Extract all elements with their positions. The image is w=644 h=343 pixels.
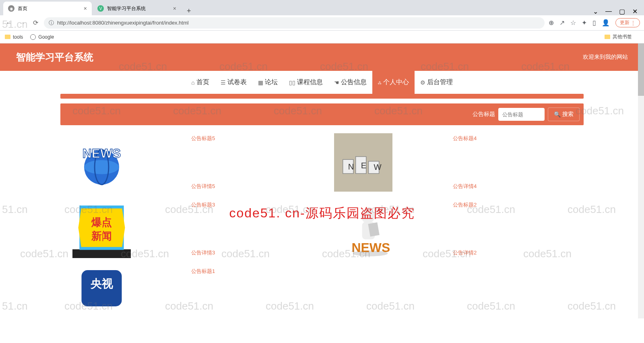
grid-icon: ▦	[258, 79, 263, 86]
nav-home[interactable]: ⌂首页	[186, 71, 215, 94]
globe-icon	[30, 34, 36, 40]
book-icon: ▯▯	[289, 79, 295, 86]
chevron-down-icon[interactable]: ⌄	[593, 8, 598, 15]
card-title: 公告标题1	[191, 268, 215, 275]
search-bar: 公告标题 🔍搜索	[60, 103, 584, 125]
star-icon[interactable]: ☆	[570, 19, 576, 27]
card-thumb: 爆点新闻	[72, 200, 131, 258]
share-icon[interactable]: ↗	[559, 19, 565, 27]
scrollbar-thumb[interactable]	[638, 43, 644, 96]
extensions-icon[interactable]: ✦	[582, 19, 587, 27]
page: 智能学习平台系统 欢迎来到我的网站 ⌂首页 ☰试卷表 ▦论坛 ▯▯课程信息 ☚公…	[0, 43, 644, 318]
card-detail: 公告详情4	[453, 183, 477, 190]
browser-toolbar: ← → ⟳ ⓘ http://localhost:8080/zhinengxue…	[0, 15, 644, 31]
svg-rect-11	[72, 249, 131, 258]
search-input[interactable]	[498, 108, 545, 121]
card-thumb: NEWS	[334, 200, 392, 258]
bookmark-google[interactable]: Google	[30, 34, 54, 40]
close-icon[interactable]: ×	[173, 5, 176, 12]
folder-icon	[605, 35, 610, 39]
main-nav: ⌂首页 ☰试卷表 ▦论坛 ▯▯课程信息 ☚公告信息 ஃ个人中心 ⚙后台管理	[0, 71, 644, 94]
card-title: 公告标题4	[453, 135, 477, 142]
nav-forum[interactable]: ▦论坛	[252, 71, 283, 94]
nav-exams[interactable]: ☰试卷表	[215, 71, 252, 94]
new-tab-button[interactable]: +	[182, 7, 196, 15]
card-title: 公告标题3	[191, 201, 215, 209]
site-title: 智能学习平台系统	[16, 51, 93, 64]
tab-system[interactable]: V 智能学习平台系统 ×	[93, 2, 181, 15]
forward-button: →	[18, 19, 27, 27]
card-row: NEWS 公告标题5 公告详情5 NEW 公告标题4 公告详情4	[60, 133, 584, 192]
card-row: 央视 公告标题1	[60, 266, 584, 306]
svg-text:爆点: 爆点	[91, 216, 112, 228]
tab-home-title: 首页	[18, 5, 80, 12]
svg-point-17	[361, 209, 375, 223]
search-button[interactable]: 🔍搜索	[548, 107, 580, 121]
svg-text:新闻: 新闻	[91, 230, 112, 242]
update-button[interactable]: 更新 ⋮	[615, 18, 640, 27]
card-thumb: NEWS	[72, 133, 131, 192]
svg-text:NEWS: NEWS	[83, 146, 121, 161]
scrollbar-vertical[interactable]	[638, 43, 644, 318]
folder-icon	[5, 35, 10, 39]
card-detail: 公告详情3	[191, 249, 215, 256]
browser-tab-bar: ◉ 首页 × V 智能学习平台系统 × + ⌄ — ▢ ✕	[0, 0, 644, 15]
panel-icon[interactable]: ▯	[592, 19, 596, 27]
link-icon: ⚙	[420, 79, 425, 86]
bookmark-tools[interactable]: tools	[5, 34, 23, 40]
svg-text:央视: 央视	[90, 277, 113, 290]
svg-text:W: W	[374, 163, 382, 172]
window-close-icon[interactable]: ✕	[632, 8, 638, 15]
card-thumb: 央视	[72, 266, 131, 306]
card-thumb: NEW	[334, 133, 392, 192]
tab-home[interactable]: ◉ 首页 ×	[3, 2, 92, 15]
address-bar[interactable]: ⓘ http://localhost:8080/zhinengxuexiping…	[44, 17, 545, 29]
close-icon[interactable]: ×	[84, 5, 87, 12]
profile-icon[interactable]: 👤	[602, 19, 610, 27]
divider-strip	[60, 94, 584, 99]
card-title: 公告标题2	[453, 201, 477, 209]
vue-icon: V	[97, 5, 104, 12]
svg-text:NEWS: NEWS	[352, 241, 390, 255]
nav-personal[interactable]: ஃ个人中心	[372, 71, 415, 94]
search-label: 公告标题	[473, 111, 495, 118]
url-text: http://localhost:8080/zhinengxuexipingta…	[57, 20, 189, 26]
bookmarks-bar: tools Google 其他书签	[0, 31, 644, 43]
tab-system-title: 智能学习平台系统	[107, 5, 170, 12]
nav-admin[interactable]: ⚙后台管理	[415, 71, 458, 94]
card[interactable]: NEWS 公告标题5 公告详情5	[60, 133, 322, 192]
list-icon: ☰	[221, 79, 226, 86]
card	[322, 266, 584, 306]
card-row: 爆点新闻 公告标题3 公告详情3 NEWS 公告标题2 公告详情2	[60, 200, 584, 258]
card[interactable]: 央视 公告标题1	[60, 266, 322, 306]
zoom-icon[interactable]: ⊕	[549, 19, 554, 27]
svg-text:E: E	[361, 161, 367, 170]
svg-point-1	[84, 160, 119, 174]
megaphone-icon: ☚	[334, 79, 339, 86]
card-title: 公告标题5	[191, 135, 215, 142]
welcome-text: 欢迎来到我的网站	[583, 54, 628, 61]
card-detail: 公告详情2	[453, 249, 477, 256]
home-icon: ⌂	[191, 79, 194, 86]
content: NEWS 公告标题5 公告详情5 NEW 公告标题4 公告详情4	[0, 129, 644, 318]
search-icon: 🔍	[554, 111, 561, 118]
user-icon: ஃ	[378, 79, 382, 86]
globe-icon: ◉	[8, 5, 14, 12]
maximize-icon[interactable]: ▢	[619, 8, 625, 15]
svg-text:N: N	[348, 162, 354, 171]
card[interactable]: 爆点新闻 公告标题3 公告详情3	[60, 200, 322, 258]
nav-courses[interactable]: ▯▯课程信息	[283, 71, 328, 94]
reload-button[interactable]: ⟳	[31, 19, 40, 27]
card-detail: 公告详情5	[191, 183, 215, 190]
nav-notices[interactable]: ☚公告信息	[328, 71, 372, 94]
info-icon: ⓘ	[49, 19, 54, 27]
bookmark-other[interactable]: 其他书签	[605, 33, 632, 40]
minimize-icon[interactable]: —	[605, 8, 612, 15]
site-header: 智能学习平台系统 欢迎来到我的网站	[0, 43, 644, 71]
window-controls: ⌄ — ▢ ✕	[593, 8, 644, 15]
back-button[interactable]: ←	[4, 19, 14, 27]
card[interactable]: NEW 公告标题4 公告详情4	[322, 133, 584, 192]
card[interactable]: NEWS 公告标题2 公告详情2	[322, 200, 584, 258]
